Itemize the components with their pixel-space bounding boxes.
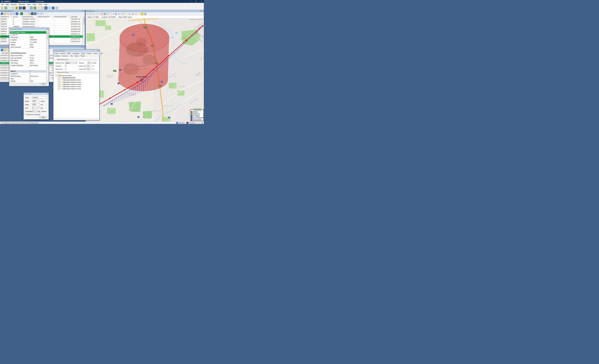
dropdown-caret-icon[interactable]: ▾ (113, 13, 114, 15)
copy-icon[interactable]: ▥ (7, 49, 9, 51)
weather-icon[interactable]: ☼ (30, 7, 33, 9)
menu-item[interactable]: Map (5, 4, 10, 5)
phone-status-icon[interactable]: ☏ (199, 122, 201, 124)
tree-checkbox[interactable] (59, 81, 60, 83)
property-row[interactable]: AirportCode YMML (10, 36, 46, 39)
filter-gray-icon[interactable]: ▼ (40, 12, 43, 15)
property-row[interactable]: RMT ID 7 (10, 70, 46, 73)
map-setsquare-icon[interactable]: ◣ (128, 13, 131, 15)
distance-unit-select[interactable]: meters▾ (65, 62, 77, 64)
menu-item[interactable]: Data (26, 4, 32, 5)
tree-checkbox[interactable] (59, 79, 60, 81)
column-header[interactable]: ≡Track Start (70, 16, 82, 18)
link-icon[interactable]: ∞ (48, 7, 51, 9)
table-row[interactable]: 169467480 13/10/2021 8:15:31 A- -13/10/2… (0, 23, 83, 26)
globe-icon[interactable]: ⊕ (12, 7, 15, 9)
vertical-scrollbar[interactable]: ▲ ▼ (46, 31, 48, 83)
open-icon[interactable]: ▸ (4, 49, 6, 51)
property-row[interactable]: Begin Time Window -15 sec (10, 54, 46, 57)
print-button[interactable]: Print (40, 83, 47, 85)
phone-icon[interactable]: ☏ (41, 7, 44, 9)
map-edit-icon[interactable]: ✎ (125, 13, 128, 15)
circle-lines-checkbox[interactable] (86, 68, 87, 70)
dropdown-caret-icon[interactable]: ▾ (23, 12, 25, 15)
map-play-icon[interactable]: ▶ (122, 13, 125, 15)
minimize-icon[interactable]: — (188, 1, 194, 2)
tree-root[interactable]: − Reference Points (55, 74, 98, 77)
tree-item[interactable]: ✚ YMEN Airport Reference Point (57, 81, 98, 83)
property-row[interactable]: Max Altitude 1500 m (10, 59, 46, 62)
maximize-icon[interactable]: ▢ (194, 1, 199, 2)
map-panel-icon[interactable]: ▮ (104, 13, 106, 15)
column-header[interactable]: ≡Release Date/Time (37, 16, 53, 18)
tab[interactable]: Airports (59, 52, 66, 55)
overflow-caret-icon[interactable]: ▾ (43, 12, 44, 15)
report-icon[interactable]: ▤ (1, 7, 4, 9)
property-row[interactable]: Location ID 9 (10, 34, 46, 36)
grid-lines-checkbox[interactable] (86, 65, 87, 67)
tab[interactable]: Transit (79, 55, 85, 57)
tools-icon[interactable]: + (25, 12, 27, 15)
info-icon[interactable]: ! (1, 12, 3, 15)
refresh-icon[interactable]: ↻ (8, 7, 11, 9)
map-tools-icon[interactable]: ✕ (110, 13, 112, 15)
alert-status-icon[interactable]: ✳ (196, 122, 198, 124)
lock-icon[interactable]: ⇧ (34, 12, 36, 15)
open-icon[interactable]: ▸ (4, 12, 6, 15)
tab[interactable]: RMTs (66, 52, 71, 55)
map-ruler-icon[interactable]: ∕ (96, 13, 98, 15)
excel-export-icon[interactable]: X (20, 12, 23, 15)
tree-item[interactable]: ✚ YMMB Airport Reference Point (57, 83, 98, 85)
close-icon[interactable]: ✕ (47, 28, 48, 30)
property-row[interactable]: Max Range 1500 m (10, 62, 46, 64)
tab[interactable]: Complaints (71, 52, 80, 55)
copy-icon[interactable]: ▥ (7, 12, 9, 15)
pin-icon[interactable] (200, 10, 201, 12)
apply-button[interactable]: Apply (39, 116, 47, 118)
column-header[interactable]: ≡Operation No (0, 16, 12, 18)
menu-item[interactable]: Browsers (18, 4, 26, 5)
cone-angle-input[interactable]: 60 (32, 110, 37, 112)
menu-item[interactable]: Help (43, 4, 49, 5)
screen-icon[interactable]: ▣ (31, 12, 34, 15)
tab[interactable]: Points (54, 52, 59, 55)
floor-input[interactable]: 0 (32, 107, 39, 109)
map-search-globe-icon[interactable]: ◔ (106, 13, 109, 15)
column-header[interactable]: ≡Actual Date/Time (22, 16, 37, 18)
property-row[interactable]: End Time Window 20 sec (10, 57, 46, 59)
tree-item[interactable]: ✚ Map Reference Point (57, 77, 98, 79)
map-home-icon[interactable]: ⌂ (86, 13, 89, 15)
pin-icon[interactable] (81, 47, 82, 48)
ole-icon[interactable]: O (28, 12, 31, 15)
property-row[interactable]: RMT Description Keilor Downs (10, 75, 46, 78)
column-header[interactable]: ≡Proposed Date/Time (53, 16, 70, 18)
map-camera-icon[interactable]: ▣ (144, 13, 147, 15)
bird-icon[interactable]: ➢ (19, 7, 22, 9)
info-icon[interactable]: ! (1, 49, 3, 51)
close-icon[interactable]: ✕ (199, 1, 204, 2)
dropdown-caret-icon[interactable]: ▾ (121, 13, 122, 15)
close-panel-icon[interactable]: ✕ (83, 47, 84, 48)
tree-checkbox[interactable] (57, 75, 59, 76)
property-row[interactable]: Longitude 144.854444 (10, 39, 46, 41)
pin-icon[interactable] (81, 10, 82, 12)
tab[interactable]: Reference (61, 55, 69, 57)
tab[interactable]: Tracks (80, 52, 86, 55)
property-row[interactable] (10, 67, 46, 70)
notes-icon[interactable]: ✎ (26, 7, 29, 9)
property-row[interactable]: RMT Location Properti (10, 31, 46, 34)
close-panel-icon[interactable]: ✕ (202, 10, 203, 12)
print-icon[interactable]: ▤ (10, 12, 12, 15)
map-pie-icon[interactable]: ◕ (132, 13, 134, 15)
tree-item[interactable]: ✚ YMAV Airport Reference Point (57, 79, 98, 81)
alert-icon[interactable]: ! (52, 7, 55, 9)
close-icon[interactable]: ✕ (47, 93, 48, 95)
property-row[interactable]: Event Threshold FIXED (10, 46, 46, 49)
dropdown-caret-icon[interactable]: ▾ (19, 12, 20, 15)
menu-item[interactable]: Tools (37, 4, 43, 5)
home-icon[interactable]: ⌂ (4, 7, 7, 9)
tab[interactable]: Routes (86, 52, 92, 55)
grid-lines-input[interactable]: 10 (88, 65, 92, 67)
table-row[interactable]: 169467470 13/10/2021 7:31:29 A- -13/10/2… (0, 20, 83, 23)
map-target-icon[interactable]: ◉ (100, 13, 103, 15)
